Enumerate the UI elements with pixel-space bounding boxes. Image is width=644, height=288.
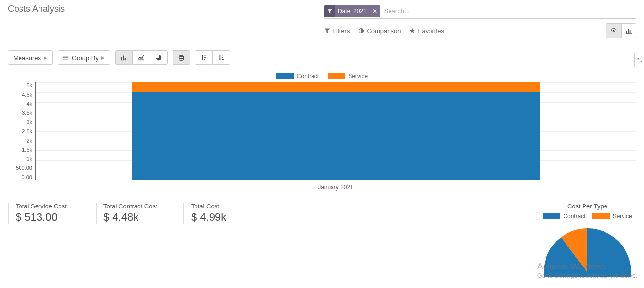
search-input[interactable] bbox=[382, 5, 636, 17]
svg-rect-14 bbox=[221, 56, 222, 56]
legend-item-contract[interactable]: Contract bbox=[543, 213, 585, 220]
svg-rect-13 bbox=[204, 59, 205, 60]
svg-rect-5 bbox=[63, 57, 69, 58]
chart-type-group bbox=[115, 50, 168, 65]
legend-label: Contract bbox=[563, 213, 585, 220]
y-axis: 5k4.5k4k3.5k3k2.5k2k1.5k1k500.000.00 bbox=[8, 82, 35, 180]
svg-rect-6 bbox=[63, 59, 69, 59]
stacked-button[interactable] bbox=[173, 50, 190, 65]
legend-label: Service bbox=[348, 73, 368, 80]
svg-rect-16 bbox=[221, 59, 223, 60]
swatch-icon bbox=[328, 73, 345, 79]
chart-legend: Contract Service bbox=[8, 73, 636, 80]
funnel-icon bbox=[324, 28, 330, 34]
favorites-button[interactable]: Favorites bbox=[410, 27, 444, 35]
close-icon[interactable]: ✕ bbox=[370, 8, 380, 15]
expand-button[interactable] bbox=[634, 53, 644, 67]
measures-button[interactable]: Measures ▶ bbox=[8, 50, 53, 65]
stat-label: Total Contract Cost bbox=[103, 203, 176, 210]
legend-item-contract[interactable]: Contract bbox=[276, 73, 319, 80]
bar-chart-button[interactable] bbox=[115, 50, 133, 65]
swatch-icon bbox=[592, 213, 610, 219]
caret-right-icon: ▶ bbox=[101, 55, 105, 60]
filter-pill-label: Date: 2021 bbox=[335, 8, 370, 15]
svg-rect-2 bbox=[628, 29, 629, 34]
sort-desc-button[interactable] bbox=[195, 50, 213, 65]
stat-total-service-cost: Total Service Cost $ 513.00 bbox=[8, 203, 96, 224]
group-by-button[interactable]: Group By ▶ bbox=[58, 50, 110, 65]
svg-rect-9 bbox=[125, 58, 126, 60]
active-filter-pill[interactable]: Date: 2021 ✕ bbox=[324, 5, 380, 17]
svg-point-10 bbox=[179, 55, 184, 57]
svg-rect-11 bbox=[204, 56, 206, 56]
svg-rect-15 bbox=[221, 57, 223, 58]
swatch-icon bbox=[543, 213, 560, 219]
legend-label: Service bbox=[613, 213, 632, 220]
dashboard-view-button[interactable] bbox=[606, 24, 621, 38]
pie-block: Cost Per Type Contract Service bbox=[539, 203, 636, 277]
list-icon bbox=[63, 55, 69, 61]
stat-value: $ 4.48k bbox=[103, 211, 176, 224]
stat-total-cost: Total Cost $ 4.99k bbox=[183, 203, 271, 224]
stat-value: $ 4.99k bbox=[191, 211, 264, 224]
sort-group bbox=[195, 50, 230, 65]
svg-rect-12 bbox=[204, 57, 206, 58]
stat-total-contract-cost: Total Contract Cost $ 4.48k bbox=[96, 203, 183, 224]
search-bar[interactable]: Date: 2021 ✕ bbox=[324, 4, 636, 19]
favorites-label: Favorites bbox=[418, 27, 444, 35]
page-title: Costs Analysis bbox=[8, 4, 65, 14]
measures-label: Measures bbox=[13, 54, 41, 62]
stat-label: Total Service Cost bbox=[16, 203, 89, 210]
swatch-icon bbox=[276, 73, 294, 79]
caret-right-icon: ▶ bbox=[44, 55, 47, 60]
svg-rect-4 bbox=[63, 56, 69, 56]
half-circle-icon bbox=[358, 28, 364, 34]
line-chart-button[interactable] bbox=[133, 50, 150, 65]
bar-stack[interactable] bbox=[132, 82, 540, 180]
group-by-label: Group By bbox=[72, 54, 98, 62]
x-axis-label: January 2021 bbox=[8, 184, 636, 191]
comparison-button[interactable]: Comparison bbox=[358, 27, 401, 35]
filters-button[interactable]: Filters bbox=[324, 27, 350, 35]
svg-rect-3 bbox=[629, 30, 630, 33]
chart-plot[interactable] bbox=[35, 82, 636, 180]
legend-label: Contract bbox=[297, 73, 319, 80]
stack-group bbox=[173, 50, 190, 65]
comparison-label: Comparison bbox=[367, 27, 401, 35]
pie-title: Cost Per Type bbox=[539, 203, 636, 210]
filters-label: Filters bbox=[332, 27, 350, 35]
svg-rect-7 bbox=[121, 57, 122, 60]
pie-legend: Contract Service bbox=[539, 213, 636, 220]
funnel-icon bbox=[324, 5, 335, 17]
svg-rect-8 bbox=[123, 56, 124, 61]
legend-item-service[interactable]: Service bbox=[592, 213, 632, 220]
stat-value: $ 513.00 bbox=[16, 211, 89, 224]
star-icon bbox=[410, 28, 415, 34]
stat-label: Total Cost bbox=[191, 203, 264, 210]
legend-item-service[interactable]: Service bbox=[328, 73, 368, 80]
pie-chart[interactable] bbox=[539, 224, 636, 277]
pie-chart-button[interactable] bbox=[150, 50, 168, 65]
view-switcher bbox=[606, 23, 636, 38]
graph-view-button[interactable] bbox=[621, 24, 636, 38]
sort-asc-button[interactable] bbox=[213, 50, 230, 65]
svg-rect-1 bbox=[626, 31, 627, 33]
